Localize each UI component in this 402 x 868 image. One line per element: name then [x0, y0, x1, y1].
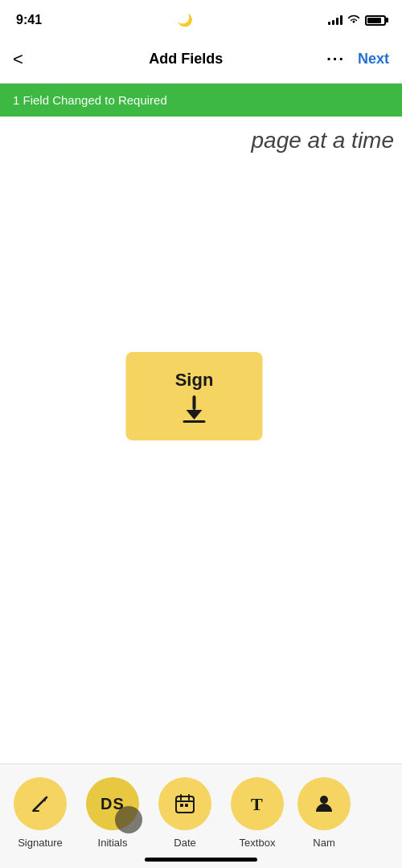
signal-icon [328, 15, 343, 25]
toolbar-item-initials[interactable]: DS Initials [80, 777, 145, 849]
nav-bar: < Add Fields ··· Next [0, 35, 402, 84]
sign-arrow-icon [183, 395, 206, 423]
text-icon: T [246, 792, 269, 815]
textbox-label: Textbox [240, 837, 276, 849]
date-circle [158, 777, 211, 830]
toolbar-item-signature[interactable]: Signature [8, 777, 72, 849]
wifi-icon [347, 14, 360, 27]
status-icons [328, 14, 386, 27]
status-bar: 9:41 🌙 [0, 0, 402, 35]
toolbar-item-date[interactable]: Date [153, 777, 217, 849]
svg-rect-7 [180, 804, 183, 807]
name-label: Nam [313, 837, 334, 849]
toolbar-item-name[interactable]: Nam [297, 777, 351, 849]
moon-icon: 🌙 [178, 13, 193, 27]
initials-circle: DS [86, 777, 139, 830]
toolbar-items: Signature DS Initials Date [0, 764, 402, 849]
signature-label: Signature [18, 837, 63, 849]
nav-right-actions: ··· Next [326, 50, 389, 68]
document-area: page at a time Sign [0, 117, 402, 694]
next-button[interactable]: Next [358, 51, 389, 68]
toolbar-item-textbox[interactable]: T Textbox [225, 777, 289, 849]
document-partial-text: page at a time [252, 128, 394, 154]
initials-overlay [115, 806, 142, 833]
svg-rect-8 [185, 804, 188, 807]
status-time: 9:41 [16, 13, 42, 27]
calendar-icon [174, 792, 196, 815]
textbox-circle: T [231, 777, 284, 830]
page-title: Add Fields [149, 51, 223, 68]
pen-icon [29, 792, 51, 815]
banner-text: 1 Field Changed to Required [13, 93, 167, 107]
name-circle [297, 777, 351, 830]
date-label: Date [174, 837, 195, 849]
back-button[interactable]: < [13, 49, 45, 70]
svg-text:T: T [251, 794, 263, 814]
person-icon [313, 792, 335, 815]
initials-label: Initials [98, 837, 128, 849]
signature-circle [14, 777, 67, 830]
home-indicator [145, 858, 257, 862]
sign-field[interactable]: Sign [126, 352, 263, 440]
battery-icon [365, 15, 386, 26]
more-options-button[interactable]: ··· [326, 50, 345, 68]
sign-label: Sign [175, 370, 214, 391]
status-banner: 1 Field Changed to Required [0, 84, 402, 117]
svg-point-10 [320, 796, 328, 804]
bottom-toolbar: Signature DS Initials Date [0, 764, 402, 868]
